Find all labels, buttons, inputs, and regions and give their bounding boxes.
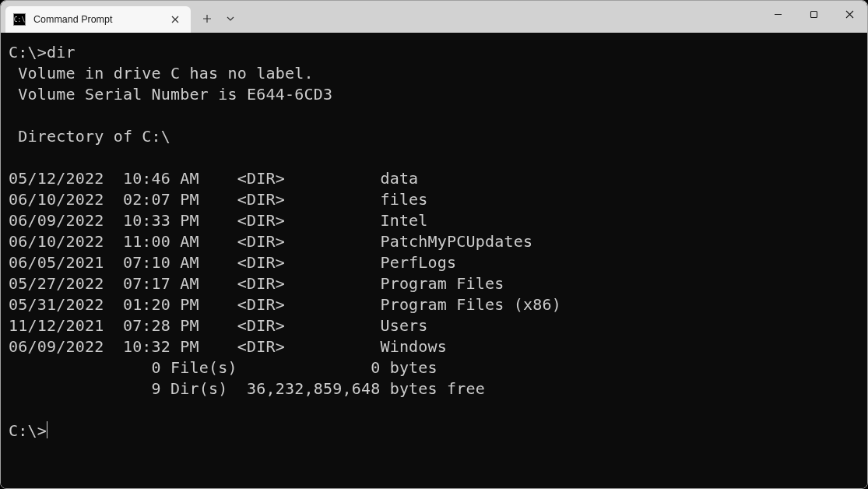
output-line: Directory of C:\: [9, 127, 170, 146]
terminal-output[interactable]: C:\>dir Volume in drive C has no label. …: [1, 33, 867, 488]
window-controls: [760, 1, 867, 28]
cursor: [47, 421, 48, 438]
dir-listing: 05/12/2022 10:46 AM <DIR> data 06/10/202…: [9, 169, 561, 356]
command: dir: [47, 43, 76, 62]
prompt: C:\>: [9, 43, 47, 62]
tab-close-button[interactable]: [167, 12, 183, 27]
tab-dropdown-button[interactable]: [219, 7, 242, 30]
svg-rect-0: [810, 12, 817, 18]
terminal-tab[interactable]: C:\ Command Prompt: [5, 6, 191, 33]
output-line: Volume Serial Number is E644-6CD3: [9, 85, 332, 104]
new-tab-button[interactable]: [195, 7, 219, 30]
window-close-button[interactable]: [831, 1, 867, 28]
titlebar: C:\ Command Prompt: [1, 1, 867, 33]
maximize-icon: [810, 10, 818, 19]
minimize-button[interactable]: [760, 1, 796, 28]
chevron-down-icon: [227, 16, 234, 21]
minimize-icon: [774, 10, 782, 19]
summary-dirs: 9 Dir(s) 36,232,859,648 bytes free: [9, 379, 485, 398]
output-line: Volume in drive C has no label.: [9, 64, 314, 83]
maximize-button[interactable]: [796, 1, 831, 28]
plus-icon: [202, 14, 212, 23]
close-icon: [171, 16, 179, 23]
summary-files: 0 File(s) 0 bytes: [9, 358, 438, 377]
cmd-icon: C:\: [13, 13, 26, 26]
tab-title: Command Prompt: [33, 14, 167, 25]
close-icon: [845, 10, 854, 19]
prompt: C:\>: [9, 421, 47, 440]
